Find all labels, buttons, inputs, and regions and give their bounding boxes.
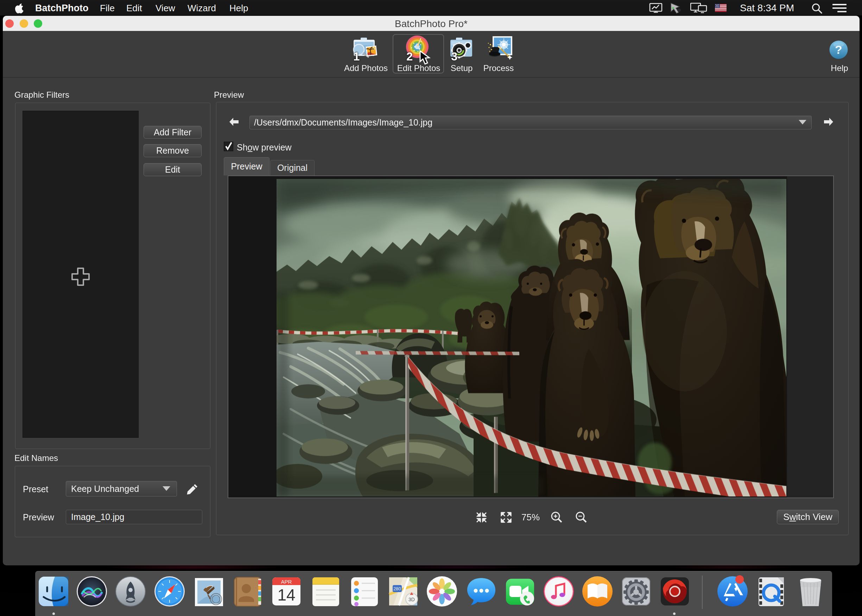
svg-text:?: ? <box>835 43 842 56</box>
svg-text:APR: APR <box>281 579 292 585</box>
svg-text:280: 280 <box>393 586 401 591</box>
svg-text:14: 14 <box>277 586 295 604</box>
svg-text:3D: 3D <box>408 597 415 602</box>
